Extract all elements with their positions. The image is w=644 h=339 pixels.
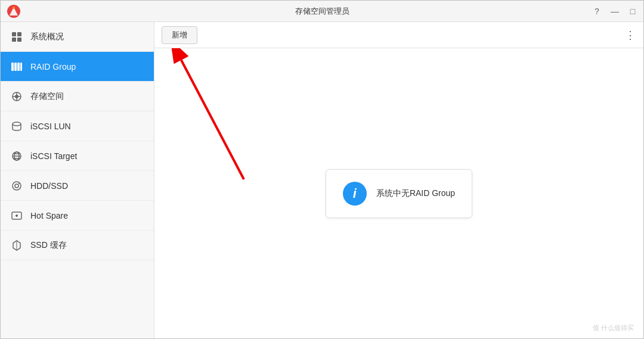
sidebar: 系统概况 RAID Group (1, 22, 154, 338)
svg-point-21 (18, 183, 20, 184)
svg-rect-10 (20, 63, 22, 71)
app-logo (7, 4, 21, 18)
main-area: 系统概况 RAID Group (1, 22, 643, 338)
app-window: 存储空间管理员 ? — □ 系统概况 (0, 0, 644, 339)
svg-rect-9 (17, 63, 20, 71)
window-title: 存储空间管理员 (295, 6, 349, 17)
svg-point-2 (13, 7, 15, 9)
svg-rect-3 (12, 32, 16, 36)
sidebar-item-hdd-ssd[interactable]: HDD/SSD (1, 171, 154, 201)
sidebar-label-raid-group: RAID Group (30, 62, 76, 71)
sidebar-label-system-overview: 系统概况 (30, 32, 64, 42)
svg-rect-6 (17, 38, 21, 42)
sidebar-label-ssd-cache: SSD 缓存 (30, 240, 67, 251)
new-button[interactable]: 新增 (162, 26, 197, 44)
sidebar-item-iscsi-target[interactable]: iSCSI Target (1, 141, 154, 171)
watermark: 值 什么值得买 (593, 324, 634, 332)
sidebar-label-iscsi-lun: iSCSI LUN (30, 122, 71, 131)
grid-icon (10, 30, 23, 43)
svg-point-12 (15, 95, 18, 98)
window-controls: ? — □ (591, 7, 639, 16)
svg-rect-8 (14, 63, 17, 71)
content-body: i 系统中无RAID Group (154, 48, 643, 338)
empty-state-card: i 系统中无RAID Group (326, 169, 472, 218)
hdd-icon (10, 179, 23, 192)
sidebar-item-system-overview[interactable]: 系统概况 (1, 22, 154, 52)
sidebar-label-storage-space: 存储空间 (30, 91, 64, 102)
svg-rect-4 (17, 32, 21, 36)
sidebar-label-hot-spare: Hot Spare (30, 211, 68, 220)
svg-point-13 (13, 122, 21, 126)
content-area: 新增 ⋮ i 系统中无RAID Gro (154, 22, 643, 338)
title-bar: 存储空间管理员 ? — □ (1, 1, 643, 22)
svg-rect-7 (11, 63, 14, 71)
svg-point-20 (15, 184, 18, 188)
sidebar-item-raid-group[interactable]: RAID Group (1, 52, 154, 82)
toolbar: 新增 ⋮ (154, 22, 643, 48)
empty-state-text: 系统中无RAID Group (376, 188, 455, 199)
iscsi-lun-icon (10, 120, 23, 133)
hotspare-icon (10, 209, 23, 222)
sidebar-item-iscsi-lun[interactable]: iSCSI LUN (1, 111, 154, 141)
svg-rect-5 (12, 38, 16, 42)
globe-icon (10, 150, 23, 163)
more-options-button[interactable]: ⋮ (625, 29, 636, 42)
sidebar-label-hdd-ssd: HDD/SSD (30, 181, 68, 191)
maximize-button[interactable]: □ (627, 7, 639, 16)
sidebar-item-hot-spare[interactable]: Hot Spare (1, 201, 154, 231)
storage-icon (10, 90, 23, 103)
svg-line-27 (181, 60, 244, 179)
sidebar-label-iscsi-target: iSCSI Target (30, 151, 77, 161)
raid-icon (10, 60, 23, 73)
sidebar-item-storage-space[interactable]: 存储空间 (1, 82, 154, 111)
watermark-text: 值 什么值得买 (593, 324, 634, 332)
minimize-button[interactable]: — (609, 7, 621, 16)
help-button[interactable]: ? (591, 7, 603, 16)
svg-point-19 (13, 182, 21, 190)
ssd-cache-icon (10, 239, 23, 252)
info-icon: i (343, 182, 367, 206)
sidebar-item-ssd-cache[interactable]: SSD 缓存 (1, 231, 154, 260)
